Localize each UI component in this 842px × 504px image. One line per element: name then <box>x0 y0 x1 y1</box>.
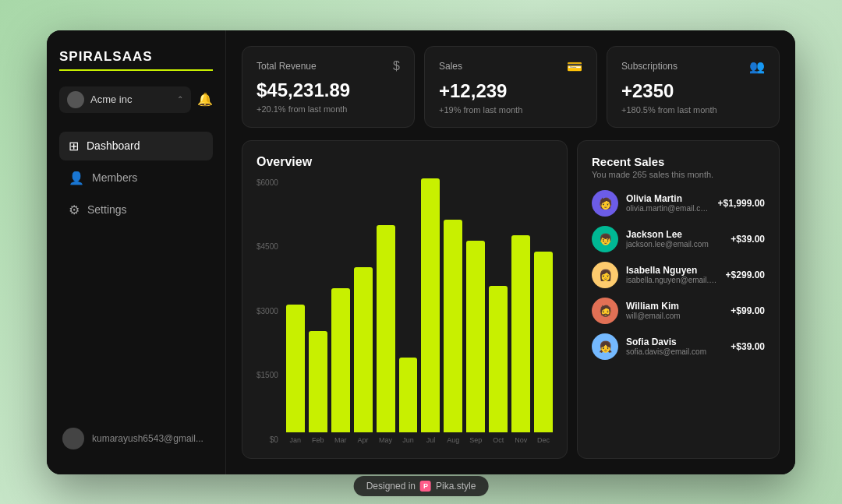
bar-column: Apr <box>354 178 373 444</box>
bar-month-label: Oct <box>493 436 504 444</box>
watermark-text: Designed in <box>366 481 416 492</box>
sale-info: Sofia Davissofia.davis@email.com <box>626 337 723 356</box>
sale-item: 🧔William Kimwill@email.com+$99.00 <box>592 298 765 324</box>
sale-item: 👩Isabella Nguyenisabella.nguyen@email.co… <box>592 262 765 288</box>
sale-name: Olivia Martin <box>626 193 710 204</box>
bar-column: Feb <box>309 178 327 444</box>
sale-email: olivia.martin@email.com <box>626 204 710 213</box>
sale-amount: +$99.00 <box>731 305 765 316</box>
stat-header: Subscriptions 👥 <box>621 59 765 74</box>
user-email: kumarayush6543@gmail... <box>92 433 203 444</box>
bar <box>377 225 395 432</box>
sale-amount: +$39.00 <box>731 341 765 352</box>
settings-icon: ⚙ <box>69 203 80 217</box>
y-label: $0 <box>256 435 278 444</box>
stat-header: Sales 💳 <box>439 59 582 74</box>
sale-email: jackson.lee@email.com <box>626 240 723 248</box>
stat-card-subscriptions: Subscriptions 👥 +2350 +180.5% from last … <box>607 46 780 128</box>
stat-value: $45,231.89 <box>256 79 400 101</box>
bar <box>534 252 553 432</box>
chart-title: Overview <box>256 155 553 169</box>
bar-column: Jan <box>286 178 305 444</box>
sale-name: William Kim <box>626 301 723 312</box>
card-icon: 💳 <box>567 59 582 74</box>
stat-header: Total Revenue $ <box>256 59 400 73</box>
sale-info: Jackson Leejackson.lee@email.com <box>626 229 723 248</box>
stat-value: +12,239 <box>439 80 582 102</box>
watermark: Designed in P Pika.style <box>354 476 489 496</box>
y-label: $1500 <box>256 371 278 379</box>
bars-container: JanFebMarAprMayJunJulAugSepOctNovDec <box>286 178 553 444</box>
sale-email: will@email.com <box>626 312 723 320</box>
workspace-selector[interactable]: Acme inc ⌃ <box>59 86 191 113</box>
main-content: Total Revenue $ $45,231.89 +20.1% from l… <box>226 30 795 474</box>
bar <box>309 331 327 432</box>
bar <box>354 267 373 432</box>
dashboard-icon: ⊞ <box>69 139 79 153</box>
bar-month-label: Jun <box>402 436 414 444</box>
bar-column: Oct <box>489 178 508 444</box>
bar <box>466 241 485 432</box>
sale-email: sofia.davis@email.com <box>626 347 723 356</box>
sale-email: isabella.nguyen@email.com <box>626 276 718 284</box>
sale-amount: +$299.00 <box>726 270 765 280</box>
bar-month-label: Dec <box>537 436 550 444</box>
sale-item: 👦Jackson Leejackson.lee@email.com+$39.00 <box>592 226 765 252</box>
sale-amount: +$39.00 <box>731 234 765 245</box>
bar-column: May <box>377 178 395 444</box>
sales-subtitle: You made 265 sales this month. <box>592 170 765 179</box>
stat-label: Total Revenue <box>256 61 317 72</box>
sidebar-item-label: Members <box>92 171 137 184</box>
bar-column: Dec <box>534 178 553 444</box>
workspace-row: Acme inc ⌃ 🔔 <box>59 86 213 113</box>
sale-avatar: 👩 <box>592 262 618 288</box>
bar-column: Nov <box>511 178 530 444</box>
bar <box>399 358 418 432</box>
members-icon: 👤 <box>69 171 84 185</box>
stat-value: +2350 <box>621 80 765 102</box>
sale-amount: +$1,999.00 <box>718 198 765 209</box>
y-label: $4500 <box>256 242 278 251</box>
stat-label: Subscriptions <box>621 61 677 72</box>
sale-info: Isabella Nguyenisabella.nguyen@email.com <box>626 265 718 284</box>
stat-change: +180.5% from last month <box>621 105 765 115</box>
bar-month-label: Jan <box>290 436 302 444</box>
bar-column: Sep <box>466 178 485 444</box>
chart-area: $6000 $4500 $3000 $1500 $0 JanFebMarAprM… <box>256 178 553 444</box>
sidebar: SPIRALSAAS Acme inc ⌃ 🔔 ⊞ Dashboard 👤 Me… <box>47 30 226 474</box>
sale-avatar: 🧔 <box>592 298 618 324</box>
bar <box>444 220 462 432</box>
watermark-brand: Pika.style <box>436 481 476 492</box>
user-avatar <box>62 428 84 449</box>
app-logo: SPIRALSAAS <box>59 49 213 71</box>
sidebar-item-settings[interactable]: ⚙ Settings <box>59 196 213 224</box>
bar-month-label: Feb <box>312 436 324 444</box>
sidebar-item-dashboard[interactable]: ⊞ Dashboard <box>59 132 213 160</box>
sales-title: Recent Sales <box>592 155 765 168</box>
bar-column: Jul <box>421 178 440 444</box>
sale-name: Isabella Nguyen <box>626 265 718 276</box>
recent-sales-card: Recent Sales You made 265 sales this mon… <box>577 140 780 459</box>
sale-avatar: 👦 <box>592 226 618 252</box>
stats-row: Total Revenue $ $45,231.89 +20.1% from l… <box>242 46 780 128</box>
sidebar-item-members[interactable]: 👤 Members <box>59 164 213 192</box>
bell-icon[interactable]: 🔔 <box>197 92 213 107</box>
sales-list: 🧑Olivia Martinolivia.martin@email.com+$1… <box>592 190 765 369</box>
sale-avatar: 🧑 <box>592 190 618 217</box>
stat-change: +20.1% from last month <box>256 104 400 114</box>
bar <box>331 288 350 432</box>
sidebar-footer: kumarayush6543@gmail... <box>59 421 213 456</box>
chart-card: Overview $6000 $4500 $3000 $1500 $0 JanF… <box>242 140 568 459</box>
y-label: $6000 <box>256 178 278 187</box>
bar-column: Aug <box>444 178 462 444</box>
stat-label: Sales <box>439 61 462 72</box>
bar-month-label: Aug <box>447 436 459 444</box>
stat-card-sales: Sales 💳 +12,239 +19% from last month <box>424 46 597 128</box>
bar <box>489 286 508 432</box>
stat-card-revenue: Total Revenue $ $45,231.89 +20.1% from l… <box>242 46 415 128</box>
sale-item: 👧Sofia Davissofia.davis@email.com+$39.00 <box>592 333 765 360</box>
bar-month-label: Nov <box>515 436 527 444</box>
bar-column: Jun <box>399 178 418 444</box>
sale-info: Olivia Martinolivia.martin@email.com <box>626 193 710 213</box>
workspace-name: Acme inc <box>90 93 171 105</box>
